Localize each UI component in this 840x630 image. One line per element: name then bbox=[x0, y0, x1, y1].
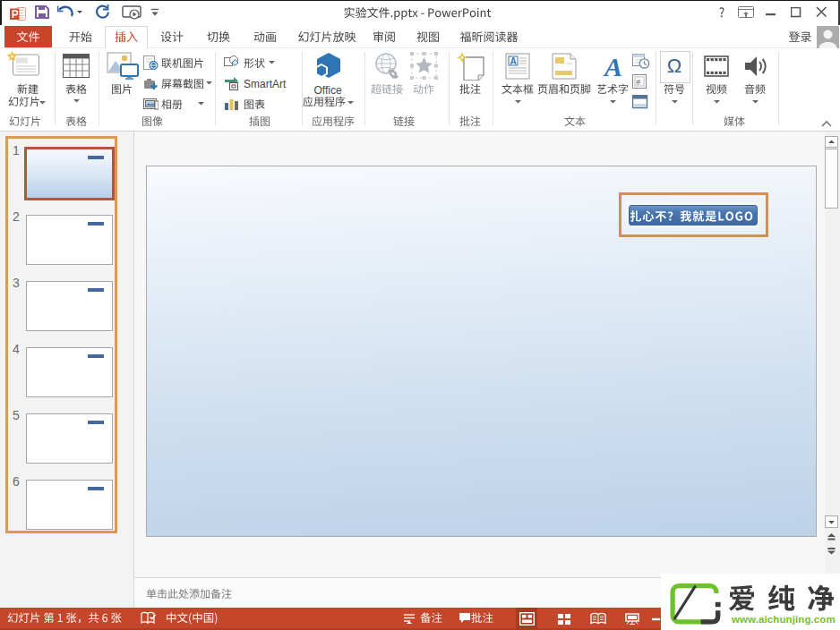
svg-text:#: # bbox=[636, 78, 640, 87]
svg-text:A: A bbox=[510, 56, 517, 66]
